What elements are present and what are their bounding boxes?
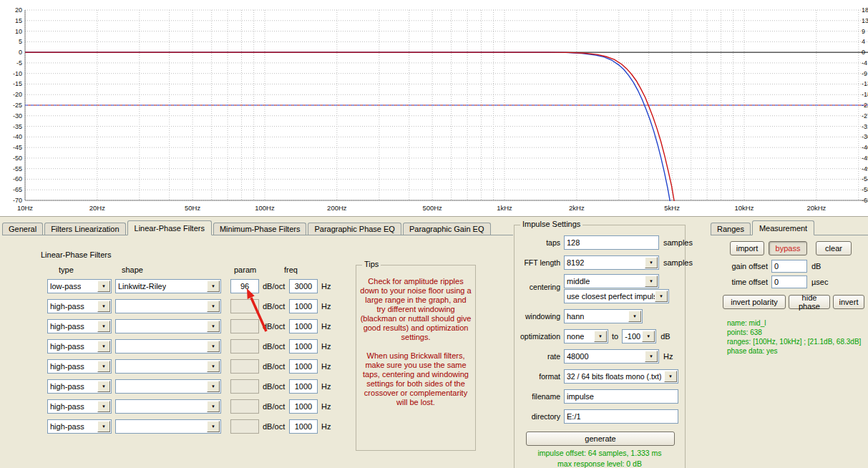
tab-paragraphic-phase-eq[interactable]: Paragraphic Phase EQ bbox=[308, 223, 401, 235]
chevron-down-icon[interactable]: ▼ bbox=[207, 361, 220, 372]
directory-input[interactable] bbox=[564, 409, 678, 424]
chevron-down-icon[interactable]: ▼ bbox=[664, 371, 677, 382]
svg-text:-4: -4 bbox=[862, 59, 867, 67]
filter-freq-input[interactable] bbox=[289, 319, 318, 333]
filter-param-input[interactable] bbox=[230, 399, 259, 414]
tab-paragraphic-gain-eq[interactable]: Paragraphic Gain EQ bbox=[403, 223, 491, 235]
filter-freq-input[interactable] bbox=[289, 299, 318, 313]
centering-mode-select[interactable]: use closest perfect impulse ▼ bbox=[564, 289, 669, 303]
filter-param-input[interactable] bbox=[230, 319, 259, 333]
optimization-db-select[interactable]: -100 ▼ bbox=[622, 329, 656, 343]
filter-shape-select[interactable]: ▼ bbox=[115, 319, 221, 333]
filter-type-select[interactable]: high-pass▼ bbox=[47, 339, 112, 354]
filter-type-select[interactable]: high-pass▼ bbox=[47, 299, 112, 313]
filter-shape-select[interactable]: ▼ bbox=[115, 339, 221, 354]
svg-text:-36: -36 bbox=[862, 133, 868, 140]
filter-freq-input[interactable] bbox=[289, 359, 318, 374]
filename-input[interactable] bbox=[564, 389, 678, 404]
filter-param-input[interactable] bbox=[230, 279, 259, 293]
filter-type-select[interactable]: high-pass▼ bbox=[47, 319, 112, 333]
filter-freq-input[interactable] bbox=[289, 419, 318, 434]
svg-text:-9: -9 bbox=[862, 70, 867, 77]
filter-shape-select[interactable]: ▼ bbox=[115, 359, 221, 374]
filter-freq-input[interactable] bbox=[289, 379, 318, 394]
taps-unit: samples bbox=[663, 238, 693, 247]
invert-polarity-button[interactable]: invert polarity bbox=[723, 295, 786, 309]
filter-shape-select[interactable]: Linkwitz-Riley▼ bbox=[115, 279, 221, 293]
format-select[interactable]: 32 / 64 bits floats mono (.txt) ▼ bbox=[564, 369, 678, 384]
rate-select[interactable]: 48000 ▼ bbox=[564, 349, 659, 364]
chevron-down-icon[interactable]: ▼ bbox=[645, 257, 658, 268]
gain-offset-input[interactable] bbox=[771, 260, 807, 273]
svg-text:200Hz: 200Hz bbox=[327, 204, 347, 212]
chevron-down-icon[interactable]: ▼ bbox=[207, 281, 220, 292]
filter-param-input[interactable] bbox=[230, 359, 259, 374]
tab-linear-phase-filters[interactable]: Linear-Phase Filters bbox=[127, 220, 212, 235]
filter-row: low-pass▼Linkwitz-Riley▼dB/octHz bbox=[0, 279, 343, 294]
import-button[interactable]: import bbox=[730, 241, 764, 255]
chevron-down-icon[interactable]: ▼ bbox=[97, 301, 110, 312]
chevron-down-icon[interactable]: ▼ bbox=[97, 381, 110, 392]
generate-button[interactable]: generate bbox=[526, 432, 675, 446]
filter-param-input[interactable] bbox=[230, 299, 259, 313]
chevron-down-icon[interactable]: ▼ bbox=[642, 331, 655, 342]
chevron-down-icon[interactable]: ▼ bbox=[207, 381, 220, 392]
filter-type-select[interactable]: high-pass▼ bbox=[47, 399, 112, 414]
chevron-down-icon[interactable]: ▼ bbox=[97, 341, 110, 352]
chevron-down-icon[interactable]: ▼ bbox=[97, 321, 110, 332]
chevron-down-icon[interactable]: ▼ bbox=[97, 421, 110, 432]
chevron-down-icon[interactable]: ▼ bbox=[97, 281, 110, 292]
filter-shape-select[interactable]: ▼ bbox=[115, 419, 221, 434]
slope-unit-label: dB/oct bbox=[263, 342, 285, 351]
filter-shape-select[interactable]: ▼ bbox=[115, 379, 221, 394]
filter-param-input[interactable] bbox=[230, 339, 259, 354]
optimization-select[interactable]: none ▼ bbox=[564, 329, 608, 343]
filter-param-input[interactable] bbox=[230, 419, 259, 434]
tab-general[interactable]: General bbox=[2, 223, 43, 235]
chevron-down-icon[interactable]: ▼ bbox=[207, 301, 220, 312]
clear-button[interactable]: clear bbox=[816, 241, 852, 255]
bypass-button[interactable]: bypass bbox=[769, 241, 807, 255]
filter-freq-input[interactable] bbox=[289, 339, 318, 354]
svg-text:5: 5 bbox=[19, 38, 22, 45]
filter-type-select[interactable]: high-pass▼ bbox=[47, 379, 112, 394]
tab-minimum-phase-filters[interactable]: Minimum-Phase Filters bbox=[213, 223, 306, 235]
frequency-response-graph[interactable]: 201815131095400-5-4-10-9-15-13-20-18-25-… bbox=[0, 0, 868, 216]
centering-select[interactable]: middle ▼ bbox=[564, 274, 659, 288]
filter-type-select-value: high-pass bbox=[50, 382, 84, 391]
windowing-label: windowing bbox=[519, 312, 560, 321]
invert-button[interactable]: invert bbox=[833, 295, 864, 309]
taps-input[interactable] bbox=[564, 235, 659, 250]
fft-length-select[interactable]: 8192 ▼ bbox=[564, 255, 659, 270]
filter-freq-input[interactable] bbox=[289, 279, 318, 293]
chevron-down-icon[interactable]: ▼ bbox=[594, 331, 607, 342]
chevron-down-icon[interactable]: ▼ bbox=[207, 421, 220, 432]
chevron-down-icon[interactable]: ▼ bbox=[628, 311, 641, 322]
chevron-down-icon[interactable]: ▼ bbox=[655, 291, 668, 302]
filter-type-select[interactable]: high-pass▼ bbox=[47, 419, 112, 434]
filter-type-select-value: high-pass bbox=[50, 322, 84, 331]
chevron-down-icon[interactable]: ▼ bbox=[645, 276, 658, 287]
chevron-down-icon[interactable]: ▼ bbox=[207, 321, 220, 332]
tab-filters-linearization[interactable]: Filters Linearization bbox=[44, 223, 125, 235]
column-header-type: type bbox=[59, 265, 74, 274]
gain-offset-unit: dB bbox=[811, 262, 821, 270]
tab-ranges[interactable]: Ranges bbox=[711, 223, 751, 235]
windowing-select[interactable]: hann ▼ bbox=[564, 309, 643, 323]
filter-type-select[interactable]: high-pass▼ bbox=[47, 359, 112, 374]
chevron-down-icon[interactable]: ▼ bbox=[645, 351, 658, 362]
tab-measurement[interactable]: Measurement bbox=[752, 220, 814, 235]
filter-shape-select[interactable]: ▼ bbox=[115, 399, 221, 414]
chevron-down-icon[interactable]: ▼ bbox=[97, 401, 110, 412]
slope-unit-label: dB/oct bbox=[263, 422, 285, 431]
filter-freq-input[interactable] bbox=[289, 399, 318, 414]
chevron-down-icon[interactable]: ▼ bbox=[97, 361, 110, 372]
time-offset-input[interactable] bbox=[771, 276, 807, 288]
hide-phase-button[interactable]: hide phase bbox=[789, 295, 830, 309]
chevron-down-icon[interactable]: ▼ bbox=[207, 401, 220, 412]
chevron-down-icon[interactable]: ▼ bbox=[207, 341, 220, 352]
filter-shape-select[interactable]: ▼ bbox=[115, 299, 221, 313]
filter-param-input[interactable] bbox=[230, 379, 259, 394]
directory-row: directory bbox=[519, 409, 678, 424]
filter-type-select[interactable]: low-pass▼ bbox=[47, 279, 112, 293]
